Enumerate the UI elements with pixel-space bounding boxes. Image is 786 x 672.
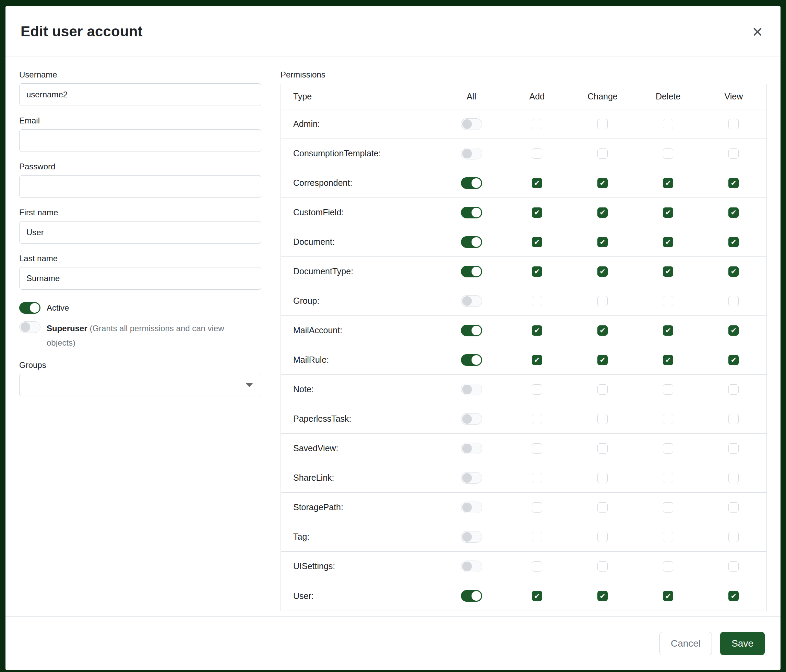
permission-delete-checkbox[interactable] bbox=[663, 414, 673, 424]
permission-view-checkbox[interactable] bbox=[728, 443, 739, 454]
permission-delete-checkbox[interactable]: ✔ bbox=[663, 591, 673, 601]
permission-view-checkbox[interactable]: ✔ bbox=[728, 207, 739, 218]
permission-all-toggle[interactable] bbox=[461, 531, 482, 543]
permission-all-toggle[interactable] bbox=[461, 295, 482, 307]
permission-delete-checkbox[interactable]: ✔ bbox=[663, 266, 673, 277]
permission-change-checkbox[interactable] bbox=[597, 502, 608, 513]
active-label: Active bbox=[47, 302, 69, 314]
permission-add-checkbox[interactable] bbox=[532, 119, 542, 129]
permission-view-checkbox[interactable] bbox=[728, 119, 739, 129]
permission-change-checkbox[interactable] bbox=[597, 473, 608, 483]
permission-view-checkbox[interactable]: ✔ bbox=[728, 355, 739, 365]
permission-change-checkbox[interactable]: ✔ bbox=[597, 591, 608, 601]
permission-view-checkbox[interactable]: ✔ bbox=[728, 178, 739, 188]
permission-change-checkbox[interactable]: ✔ bbox=[597, 178, 608, 188]
permission-delete-checkbox[interactable] bbox=[663, 443, 673, 454]
permission-add-checkbox[interactable]: ✔ bbox=[532, 237, 542, 247]
permission-change-checkbox[interactable] bbox=[597, 119, 608, 129]
permission-delete-checkbox[interactable] bbox=[663, 384, 673, 395]
permission-all-toggle[interactable] bbox=[461, 502, 482, 513]
permission-all-toggle[interactable] bbox=[461, 177, 482, 189]
cancel-button[interactable]: Cancel bbox=[659, 632, 712, 655]
toggle-knob bbox=[462, 473, 472, 483]
superuser-toggle[interactable] bbox=[19, 321, 41, 333]
save-button[interactable]: Save bbox=[720, 632, 765, 655]
permission-add-checkbox[interactable] bbox=[532, 414, 542, 424]
permission-view-checkbox[interactable] bbox=[728, 561, 739, 572]
permission-view-checkbox[interactable]: ✔ bbox=[728, 266, 739, 277]
permission-change-checkbox[interactable]: ✔ bbox=[597, 207, 608, 218]
permission-add-checkbox[interactable] bbox=[532, 384, 542, 395]
permission-add-checkbox[interactable] bbox=[532, 296, 542, 306]
permission-all-toggle[interactable] bbox=[461, 384, 482, 395]
permission-add-checkbox[interactable] bbox=[532, 443, 542, 454]
permission-all-toggle[interactable] bbox=[461, 413, 482, 425]
username-field[interactable] bbox=[19, 83, 261, 106]
permission-row: Admin: bbox=[281, 109, 766, 139]
permission-delete-checkbox[interactable] bbox=[663, 502, 673, 513]
permission-delete-checkbox[interactable]: ✔ bbox=[663, 355, 673, 365]
permission-add-checkbox[interactable] bbox=[532, 502, 542, 513]
permission-change-checkbox[interactable]: ✔ bbox=[597, 355, 608, 365]
permission-add-checkbox[interactable]: ✔ bbox=[532, 325, 542, 336]
permission-view-checkbox[interactable] bbox=[728, 148, 739, 159]
permission-add-checkbox[interactable]: ✔ bbox=[532, 207, 542, 218]
permission-all-toggle[interactable] bbox=[461, 325, 482, 336]
permission-all-toggle[interactable] bbox=[461, 590, 482, 602]
permission-delete-checkbox[interactable]: ✔ bbox=[663, 325, 673, 336]
permission-all-toggle[interactable] bbox=[461, 443, 482, 454]
permission-all-toggle[interactable] bbox=[461, 118, 482, 130]
permission-all-toggle[interactable] bbox=[461, 207, 482, 218]
permission-view-checkbox[interactable] bbox=[728, 384, 739, 395]
permission-change-checkbox[interactable] bbox=[597, 532, 608, 542]
permission-add-checkbox[interactable]: ✔ bbox=[532, 591, 542, 601]
permission-view-checkbox[interactable] bbox=[728, 532, 739, 542]
permission-view-checkbox[interactable] bbox=[728, 502, 739, 513]
permission-delete-checkbox[interactable] bbox=[663, 532, 673, 542]
permission-change-checkbox[interactable]: ✔ bbox=[597, 237, 608, 247]
permission-change-checkbox[interactable] bbox=[597, 384, 608, 395]
permission-change-checkbox[interactable] bbox=[597, 296, 608, 306]
permission-delete-checkbox[interactable]: ✔ bbox=[663, 237, 673, 247]
permission-delete-checkbox[interactable] bbox=[663, 119, 673, 129]
permission-change-checkbox[interactable] bbox=[597, 561, 608, 572]
permission-change-checkbox[interactable]: ✔ bbox=[597, 266, 608, 277]
first-name-field[interactable] bbox=[19, 221, 261, 244]
permission-add-checkbox[interactable] bbox=[532, 473, 542, 483]
last-name-field[interactable] bbox=[19, 267, 261, 290]
permission-change-checkbox[interactable] bbox=[597, 414, 608, 424]
permission-delete-checkbox[interactable]: ✔ bbox=[663, 207, 673, 218]
permission-add-checkbox[interactable] bbox=[532, 532, 542, 542]
permission-delete-checkbox[interactable] bbox=[663, 296, 673, 306]
permission-change-checkbox[interactable]: ✔ bbox=[597, 325, 608, 336]
email-field[interactable] bbox=[19, 129, 261, 152]
column-header-change: Change bbox=[570, 91, 635, 102]
permission-change-checkbox[interactable] bbox=[597, 443, 608, 454]
close-icon[interactable]: × bbox=[750, 21, 766, 42]
password-field[interactable] bbox=[19, 175, 261, 198]
permission-add-checkbox[interactable]: ✔ bbox=[532, 178, 542, 188]
permission-all-toggle[interactable] bbox=[461, 266, 482, 277]
permission-add-checkbox[interactable] bbox=[532, 561, 542, 572]
active-toggle[interactable] bbox=[19, 302, 41, 314]
permission-delete-checkbox[interactable]: ✔ bbox=[663, 178, 673, 188]
permission-delete-checkbox[interactable] bbox=[663, 561, 673, 572]
permission-add-checkbox[interactable]: ✔ bbox=[532, 266, 542, 277]
permission-all-toggle[interactable] bbox=[461, 472, 482, 484]
permission-view-checkbox[interactable] bbox=[728, 414, 739, 424]
permission-all-toggle[interactable] bbox=[461, 236, 482, 248]
permission-view-checkbox[interactable]: ✔ bbox=[728, 325, 739, 336]
permission-view-checkbox[interactable] bbox=[728, 473, 739, 483]
permission-add-checkbox[interactable] bbox=[532, 148, 542, 159]
permission-view-checkbox[interactable] bbox=[728, 296, 739, 306]
permission-view-checkbox[interactable]: ✔ bbox=[728, 237, 739, 247]
permission-view-checkbox[interactable]: ✔ bbox=[728, 591, 739, 601]
permission-add-checkbox[interactable]: ✔ bbox=[532, 355, 542, 365]
permission-delete-checkbox[interactable] bbox=[663, 473, 673, 483]
permission-delete-checkbox[interactable] bbox=[663, 148, 673, 159]
permission-all-toggle[interactable] bbox=[461, 561, 482, 572]
permission-change-checkbox[interactable] bbox=[597, 148, 608, 159]
groups-select[interactable] bbox=[19, 374, 261, 396]
permission-all-toggle[interactable] bbox=[461, 354, 482, 366]
permission-all-toggle[interactable] bbox=[461, 148, 482, 159]
